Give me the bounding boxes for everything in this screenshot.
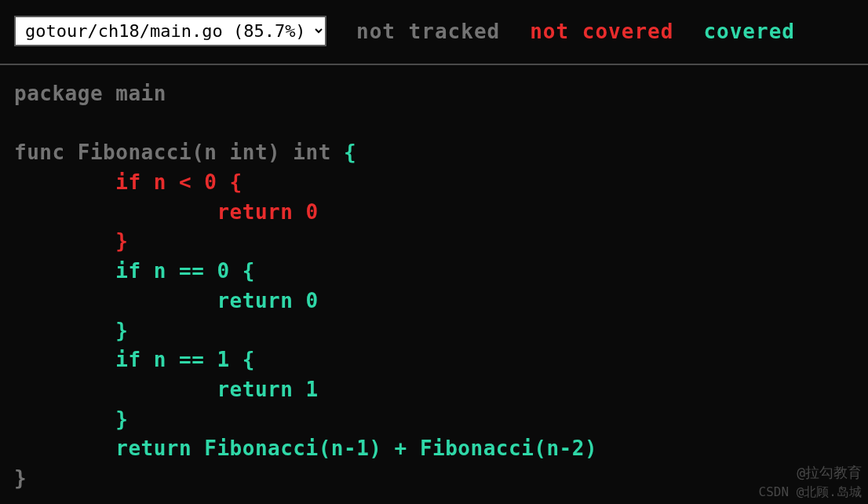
func-open-brace: { — [344, 141, 356, 164]
legend-covered: covered — [703, 20, 795, 43]
code-line-covered: return Fibonacci(n-1) + Fibonacci(n-2) — [14, 436, 597, 460]
code-line-covered: } — [14, 319, 128, 342]
code-line-not-covered: } — [14, 229, 128, 253]
legend-not-covered: not covered — [530, 20, 673, 43]
code-line-not-covered: return 0 — [14, 200, 319, 224]
file-selector[interactable]: gotour/ch18/main.go (85.7%) — [14, 16, 326, 46]
code-line-covered: } — [14, 407, 128, 431]
coverage-header: gotour/ch18/main.go (85.7%) not tracked … — [0, 0, 868, 65]
code-line-covered: if n == 1 { — [14, 348, 255, 371]
watermark-lagou: @拉勾教育 — [797, 463, 862, 482]
code-line-covered: return 0 — [14, 289, 319, 312]
legend-not-tracked: not tracked — [356, 20, 500, 43]
code-line-covered: if n == 0 { — [14, 259, 255, 283]
func-close-brace: } — [14, 466, 27, 490]
code-viewer: package main func Fibonacci(n int) int {… — [0, 65, 868, 504]
code-line-not-covered: if n < 0 { — [14, 170, 243, 194]
func-signature: func Fibonacci(n int) int — [14, 141, 344, 164]
package-declaration: package main — [14, 82, 166, 105]
watermark-csdn: CSDN @北顾.岛城 — [759, 484, 862, 501]
code-line-covered: return 1 — [14, 378, 319, 401]
